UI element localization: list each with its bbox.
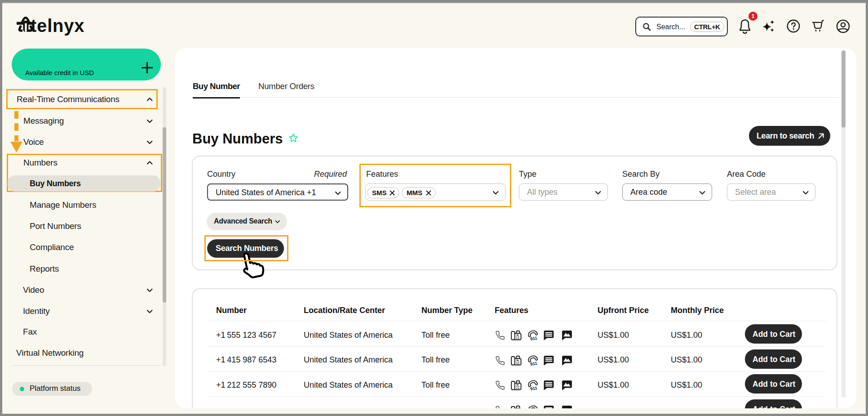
svg-text:telnyx: telnyx xyxy=(31,16,84,36)
